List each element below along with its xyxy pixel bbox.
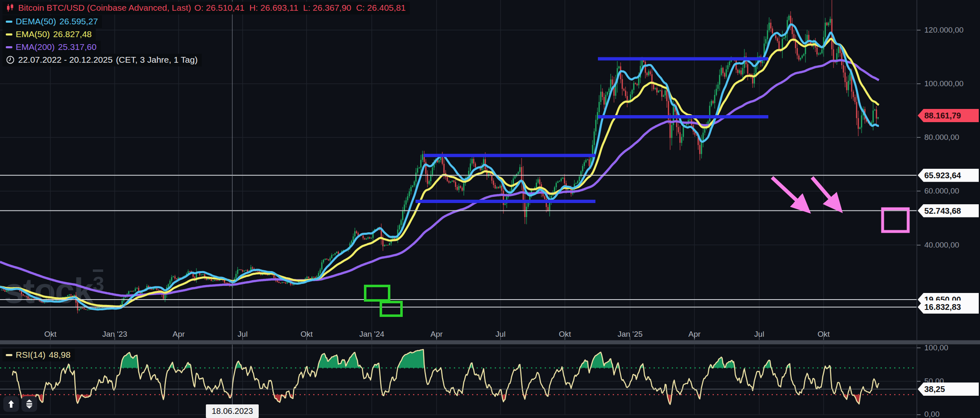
axis-tick bbox=[917, 245, 921, 246]
price-axis-label: 120.000,00 bbox=[924, 26, 963, 35]
price-axis-label: 80.000,00 bbox=[924, 133, 959, 142]
crosshair-date-label: 18.06.2023 bbox=[206, 404, 259, 418]
symbol-legend[interactable]: Bitcoin BTC/USD (Coinbase Advanced, Last… bbox=[2, 2, 410, 14]
rsi-axis-label: 0,00 bbox=[924, 410, 940, 418]
last-price-badge: 88.161,79 bbox=[918, 109, 979, 122]
axis-tick bbox=[917, 83, 921, 84]
time-axis-label: Okt bbox=[300, 330, 313, 339]
date-range-chip: 22.07.2022 - 20.12.2025 (CET, 3 Jahre, 1… bbox=[2, 54, 202, 66]
time-axis-label: Jan '23 bbox=[102, 330, 128, 339]
ema50-value: 26.827,48 bbox=[53, 29, 92, 39]
trading-chart-window: stock3 Bitcoin BTC/USD (Coinbase Advance… bbox=[0, 0, 980, 418]
price-axis-label: 60.000,00 bbox=[924, 187, 959, 196]
time-axis-label: Apr bbox=[172, 330, 185, 339]
time-axis-label: Jan '25 bbox=[618, 330, 643, 339]
ema50-color-dash bbox=[6, 33, 12, 35]
time-axis-label: Apr bbox=[430, 330, 443, 339]
ema50-label: EMA(50) bbox=[16, 29, 50, 39]
ema200-value: 25.317,60 bbox=[58, 42, 97, 52]
clock-icon bbox=[6, 55, 15, 64]
time-axis-label: Jan '24 bbox=[359, 330, 385, 339]
legend-ema50[interactable]: EMA(50) 26.827,48 bbox=[2, 28, 96, 41]
price-level-badge: 65.923,64 bbox=[918, 169, 979, 182]
dema50-color-dash bbox=[6, 21, 12, 23]
collapse-icon bbox=[24, 399, 34, 409]
scroll-to-latest-button[interactable] bbox=[3, 396, 19, 412]
rsi-label: RSI(14) bbox=[16, 350, 45, 360]
collapse-pane-button[interactable] bbox=[21, 396, 37, 412]
time-axis-label: Apr bbox=[688, 330, 701, 339]
rsi-legend[interactable]: RSI(14) 48,98 bbox=[2, 349, 75, 361]
ohlc-values: O: 26.510,41 H: 26.693,11 L: 26.367,90 C… bbox=[194, 3, 406, 13]
symbol-title: Bitcoin BTC/USD (Coinbase Advanced, Last… bbox=[18, 3, 191, 13]
arrow-up-icon bbox=[7, 399, 16, 409]
axis-tick bbox=[917, 30, 921, 31]
axis-tick bbox=[917, 347, 921, 348]
time-axis-label: Jul bbox=[754, 330, 764, 339]
time-axis-label: Okt bbox=[817, 330, 830, 339]
dema50-value: 26.595,27 bbox=[59, 17, 98, 26]
legend-ema200[interactable]: EMA(200) 25.317,60 bbox=[2, 41, 101, 54]
time-axis-label: Okt bbox=[44, 330, 57, 339]
ema200-label: EMA(200) bbox=[16, 42, 55, 52]
date-range: 22.07.2022 - 20.12.2025 bbox=[18, 55, 113, 65]
axis-tick bbox=[917, 191, 921, 191]
axis-tick bbox=[917, 381, 921, 382]
axis-tick bbox=[917, 414, 921, 415]
axis-tick bbox=[917, 137, 921, 138]
rsi-color-dash bbox=[6, 354, 12, 356]
ema200-color-dash bbox=[6, 46, 12, 48]
candlestick-icon bbox=[6, 3, 15, 12]
dema50-label: DEMA(50) bbox=[16, 17, 56, 26]
price-axis-label: 40.000,00 bbox=[924, 241, 959, 250]
rsi-axis-label: 100,00 bbox=[924, 343, 948, 352]
date-range-detail: (CET, 3 Jahre, 1 Tag) bbox=[116, 55, 198, 65]
legend-dema50[interactable]: DEMA(50) 26.595,27 bbox=[2, 15, 102, 28]
price-level-badge: 52.743,68 bbox=[918, 204, 979, 217]
price-level-badge: 16.832,83 bbox=[918, 300, 979, 314]
pane-resize-handle[interactable] bbox=[0, 340, 980, 345]
rsi-value-badge: 38,25 bbox=[918, 383, 979, 396]
price-axis-label: 100.000,00 bbox=[924, 79, 963, 88]
rsi-value: 48,98 bbox=[49, 350, 71, 360]
time-axis-label: Jul bbox=[496, 330, 505, 339]
time-axis-label: Okt bbox=[559, 330, 571, 339]
time-axis-label: Jul bbox=[238, 330, 248, 339]
